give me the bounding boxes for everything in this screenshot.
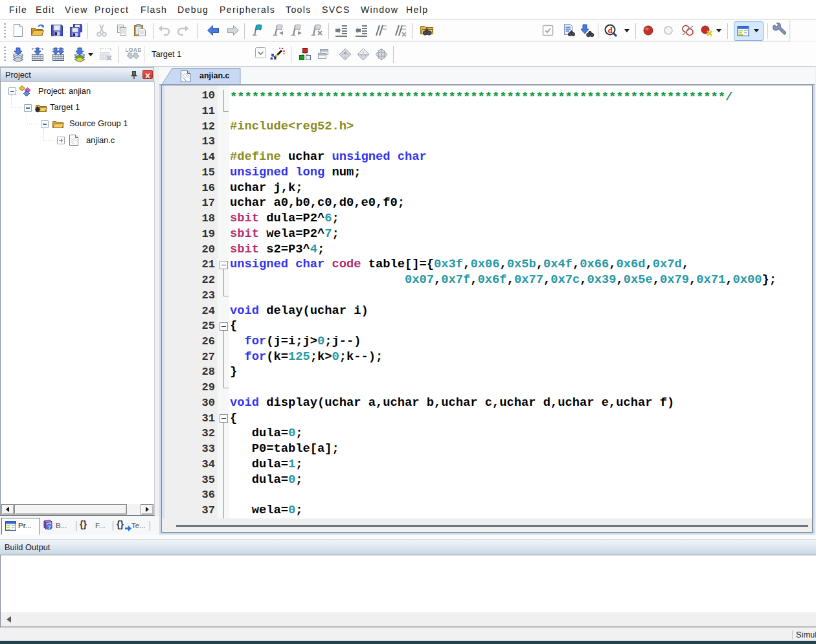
- svg-text:d: d: [607, 25, 613, 35]
- svg-text:LOAD: LOAD: [126, 47, 141, 53]
- svg-text:?: ?: [48, 524, 51, 530]
